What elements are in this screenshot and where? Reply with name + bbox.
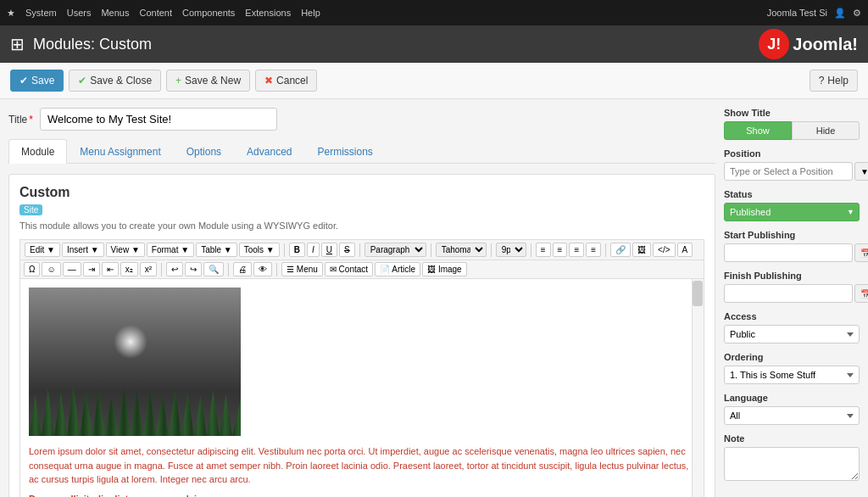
nav-components[interactable]: Components <box>182 8 235 18</box>
view-menu[interactable]: View ▼ <box>106 243 145 257</box>
font-select[interactable]: Tahoma <box>436 243 487 257</box>
toolbar-sep <box>284 243 285 257</box>
tab-options[interactable]: Options <box>174 139 234 164</box>
bold-btn[interactable]: B <box>289 243 305 257</box>
format-menu[interactable]: Format ▼ <box>147 243 194 257</box>
start-date-wrap: 📅 <box>724 243 860 262</box>
save-new-button[interactable]: + Save & New <box>166 70 250 92</box>
table-menu[interactable]: Table ▼ <box>196 243 237 257</box>
nav-help[interactable]: Help <box>301 8 320 18</box>
outdent-btn[interactable]: ⇤ <box>102 262 119 276</box>
symbol-btn[interactable]: Ω <box>24 262 40 276</box>
tab-module[interactable]: Module <box>8 139 67 164</box>
tools-menu[interactable]: Tools ▼ <box>239 243 280 257</box>
underline-btn[interactable]: U <box>321 243 337 257</box>
nav-extensions[interactable]: Extensions <box>245 8 291 18</box>
image-btn[interactable]: 🖼 Image <box>422 262 467 276</box>
italic-btn[interactable]: I <box>307 243 320 257</box>
toolbar-sep9 <box>276 263 277 276</box>
sub-btn[interactable]: x₂ <box>120 262 138 276</box>
scrollbar[interactable] <box>692 279 704 497</box>
format-select[interactable]: Paragraph <box>364 243 426 257</box>
cancel-button[interactable]: ✖ Cancel <box>255 70 317 92</box>
code-btn[interactable]: </> <box>653 243 675 257</box>
tab-menu-assignment[interactable]: Menu Assignment <box>67 139 173 164</box>
start-publishing-label: Start Publishing <box>724 230 860 240</box>
align-justify-btn[interactable]: ≡ <box>586 243 601 257</box>
position-select-button[interactable]: ▼ <box>854 162 868 181</box>
cancel-icon: ✖ <box>264 75 273 87</box>
toolbar-sep3 <box>431 243 431 257</box>
user-icon[interactable]: 👤 <box>834 8 846 19</box>
cancel-label: Cancel <box>276 75 308 87</box>
toolbar-sep2 <box>359 243 360 257</box>
undo-btn[interactable]: ↩ <box>166 262 183 276</box>
sup-btn[interactable]: x² <box>140 262 157 276</box>
brand-icon[interactable]: ★ <box>7 8 15 19</box>
title-input[interactable] <box>40 108 277 131</box>
align-center-btn[interactable]: ≡ <box>553 243 568 257</box>
color-btn[interactable]: A <box>677 243 693 257</box>
finish-date-wrap: 📅 <box>724 284 860 303</box>
article-btn[interactable]: 📄 Article <box>375 262 420 276</box>
language-select[interactable]: All <box>724 406 860 425</box>
toolbar-left: ✔ Save ✔ Save & Close + Save & New ✖ Can… <box>10 70 317 92</box>
align-right-btn[interactable]: ≡ <box>569 243 584 257</box>
nav-content[interactable]: Content <box>139 8 172 18</box>
finish-date-button[interactable]: 📅 <box>854 284 868 303</box>
language-label: Language <box>724 393 860 403</box>
nav-users[interactable]: Users <box>67 8 92 18</box>
preview-btn[interactable]: 👁 <box>253 262 272 276</box>
nav-menus[interactable]: Menus <box>101 8 129 18</box>
position-input[interactable] <box>724 162 853 181</box>
nav-system[interactable]: System <box>25 8 57 18</box>
toolbar-right: ? Help <box>810 70 858 92</box>
image-btn-tb[interactable]: 🖼 <box>632 243 651 257</box>
status-select[interactable]: Published <box>724 203 860 221</box>
toolbar-sep6 <box>605 243 606 257</box>
align-left-btn[interactable]: ≡ <box>536 243 551 257</box>
print-btn[interactable]: 🖨 <box>233 262 252 276</box>
title-row: Title* <box>8 108 715 131</box>
tab-permissions[interactable]: Permissions <box>304 139 385 164</box>
toolbar-sep5 <box>531 243 531 257</box>
menu-btn[interactable]: ☰ Menu <box>281 262 323 276</box>
tab-advanced[interactable]: Advanced <box>234 139 304 164</box>
ordering-select[interactable]: 1. This is Some Stuff <box>724 366 860 384</box>
save-close-button[interactable]: ✔ Save & Close <box>69 70 161 92</box>
access-select[interactable]: Public <box>724 325 860 343</box>
ordering-label: Ordering <box>724 352 860 362</box>
save-button[interactable]: ✔ Save <box>10 70 64 92</box>
start-date-button[interactable]: 📅 <box>854 243 868 262</box>
tabs: Module Menu Assignment Options Advanced … <box>8 139 715 164</box>
plus-icon: + <box>175 75 181 87</box>
module-tag: Site <box>19 204 42 215</box>
hr-btn[interactable]: — <box>63 262 81 276</box>
redo-btn[interactable]: ↪ <box>185 262 202 276</box>
show-button[interactable]: Show <box>724 121 792 140</box>
contact-btn[interactable]: ✉ Contact <box>325 262 373 276</box>
find-btn[interactable]: 🔍 <box>203 262 224 276</box>
left-panel: Title* Module Menu Assignment Options Ad… <box>8 108 715 497</box>
finish-date-input[interactable] <box>724 284 853 303</box>
start-date-input[interactable] <box>724 243 853 262</box>
title-label: Title* <box>8 114 33 126</box>
editor-toolbar-row2: Ω ☺ — ⇥ ⇤ x₂ x² ↩ ↪ 🔍 🖨 👁 ☰ Menu ✉ Conta… <box>19 260 704 278</box>
position-label: Position <box>724 148 860 159</box>
editor-area[interactable]: Lorem ipsum dolor sit amet, consectetur … <box>19 278 704 497</box>
indent-btn[interactable]: ⇥ <box>83 262 100 276</box>
hide-button[interactable]: Hide <box>792 121 860 140</box>
emoji-btn[interactable]: ☺ <box>42 262 60 276</box>
link-btn[interactable]: 🔗 <box>610 243 631 257</box>
settings-icon[interactable]: ⚙ <box>853 8 861 19</box>
help-button[interactable]: ? Help <box>810 70 858 92</box>
position-input-wrap: ▼ <box>724 162 860 181</box>
toolbar-sep4 <box>491 243 492 257</box>
content-area: Title* Module Menu Assignment Options Ad… <box>0 99 868 497</box>
insert-menu[interactable]: Insert ▼ <box>62 243 104 257</box>
note-input[interactable] <box>724 447 860 481</box>
edit-menu[interactable]: Edit ▼ <box>25 243 60 257</box>
size-select[interactable]: 9pt <box>496 243 526 257</box>
access-section: Access Public <box>724 311 860 343</box>
strikethrough-btn[interactable]: S <box>339 243 355 257</box>
